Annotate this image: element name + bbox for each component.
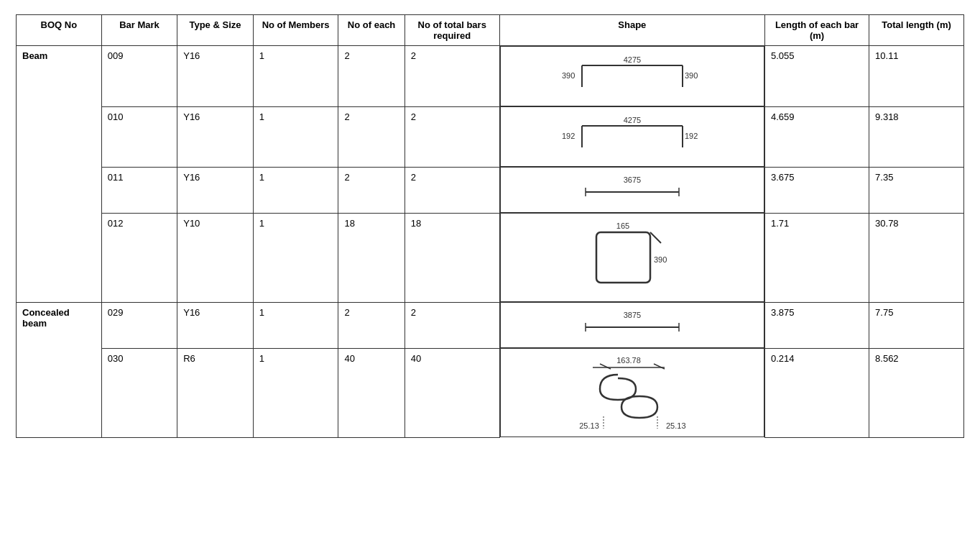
svg-text:390: 390 — [562, 71, 575, 80]
svg-text:390: 390 — [685, 71, 698, 80]
svg-text:3875: 3875 — [624, 311, 641, 319]
svg-line-17 — [650, 232, 661, 243]
bar-mark: 009 — [101, 46, 177, 107]
svg-line-26 — [654, 364, 665, 369]
svg-text:192: 192 — [685, 132, 698, 140]
no-members: 1 — [253, 106, 338, 167]
header-type: Type & Size — [177, 15, 254, 46]
boq-table: BOQ No Bar Mark Type & Size No of Member… — [16, 14, 964, 438]
header-barmark: Bar Mark — [101, 15, 177, 46]
no-each: 2 — [338, 302, 405, 348]
total-length: 9.318 — [869, 106, 964, 167]
bar-type: Y16 — [177, 167, 254, 213]
no-each: 2 — [338, 46, 405, 107]
svg-text:25.13: 25.13 — [666, 421, 686, 430]
svg-text:3675: 3675 — [624, 175, 641, 184]
header-length: Length of each bar (m) — [764, 15, 869, 46]
bar-type: Y16 — [177, 106, 254, 167]
svg-text:163.78: 163.78 — [616, 356, 641, 365]
bar-type: Y16 — [177, 46, 254, 107]
bar-shape: 3875 — [500, 302, 764, 348]
header-totallen: Total length (m) — [869, 15, 964, 46]
section-label-1: Concealed beam — [17, 302, 102, 437]
svg-rect-16 — [596, 232, 650, 283]
header-total: No of total bars required — [405, 15, 499, 46]
no-each: 2 — [338, 106, 405, 167]
no-total: 40 — [405, 348, 499, 437]
svg-text:390: 390 — [654, 255, 667, 264]
length-each: 0.214 — [764, 348, 869, 437]
no-each: 2 — [338, 167, 405, 213]
no-total: 2 — [405, 167, 499, 213]
bar-shape: 4275 192 192 — [500, 106, 764, 167]
length-each: 1.71 — [764, 213, 869, 302]
bar-mark: 011 — [101, 167, 177, 213]
header-members: No of Members — [253, 15, 338, 46]
svg-line-25 — [600, 364, 611, 369]
no-total: 18 — [405, 213, 499, 302]
no-total: 2 — [405, 46, 499, 107]
bar-mark: 029 — [101, 302, 177, 348]
no-members: 1 — [253, 348, 338, 437]
svg-text:4275: 4275 — [624, 55, 641, 64]
bar-mark: 012 — [101, 213, 177, 302]
svg-text:165: 165 — [616, 221, 629, 230]
no-members: 1 — [253, 167, 338, 213]
bar-type: Y10 — [177, 213, 254, 302]
bar-mark: 010 — [101, 106, 177, 167]
svg-text:192: 192 — [562, 132, 575, 140]
length-each: 4.659 — [764, 106, 869, 167]
bar-shape: 4275 390 390 — [500, 46, 764, 106]
no-members: 1 — [253, 302, 338, 348]
no-each: 18 — [338, 213, 405, 302]
svg-text:4275: 4275 — [624, 116, 641, 124]
main-table-wrapper: BOQ No Bar Mark Type & Size No of Member… — [16, 14, 964, 438]
total-length: 7.35 — [869, 167, 964, 213]
total-length: 8.562 — [869, 348, 964, 437]
total-length: 7.75 — [869, 302, 964, 348]
length-each: 3.675 — [764, 167, 869, 213]
no-each: 40 — [338, 348, 405, 437]
length-each: 5.055 — [764, 46, 869, 107]
bar-shape: 3675 — [500, 167, 764, 213]
header-boq: BOQ No — [17, 15, 102, 46]
bar-shape: 163.78 25.13 25.13 — [500, 348, 764, 437]
total-length: 30.78 — [869, 213, 964, 302]
svg-text:25.13: 25.13 — [579, 421, 599, 430]
no-total: 2 — [405, 302, 499, 348]
no-members: 1 — [253, 46, 338, 107]
section-label-0: Beam — [17, 46, 102, 303]
total-length: 10.11 — [869, 46, 964, 107]
no-members: 1 — [253, 213, 338, 302]
header-each: No of each — [338, 15, 405, 46]
bar-mark: 030 — [101, 348, 177, 437]
bar-type: Y16 — [177, 302, 254, 348]
bar-shape: 165 390 — [500, 213, 764, 302]
bar-type: R6 — [177, 348, 254, 437]
length-each: 3.875 — [764, 302, 869, 348]
header-shape: Shape — [499, 15, 764, 46]
no-total: 2 — [405, 106, 499, 167]
